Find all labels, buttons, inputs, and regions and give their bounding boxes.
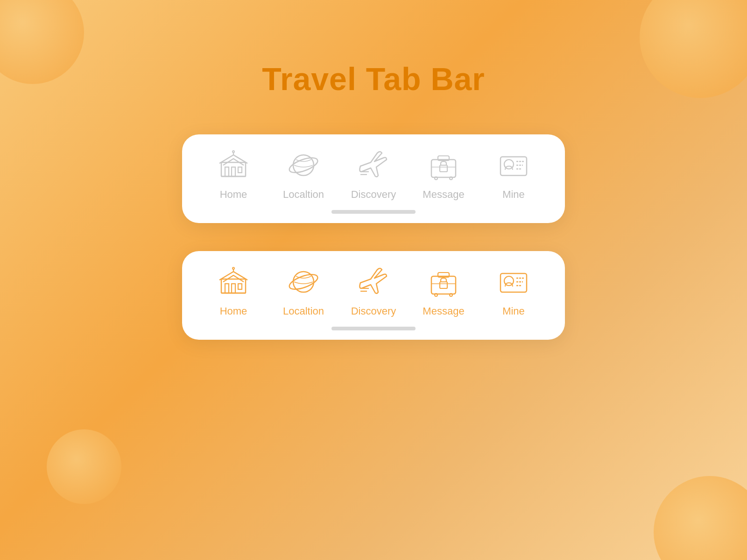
- tab-item-mine-active[interactable]: Mine: [486, 265, 542, 317]
- tab-label-message-inactive: Message: [423, 189, 464, 201]
- tab-label-mine-inactive: Mine: [502, 189, 525, 201]
- tab-item-discovery-inactive[interactable]: Discovery: [345, 148, 402, 201]
- svg-point-27: [233, 267, 234, 269]
- svg-rect-11: [431, 160, 456, 177]
- tab-label-discovery-inactive: Discovery: [351, 189, 396, 201]
- decorative-circle-bottom-left: [47, 429, 121, 504]
- decorative-circle-top-right: [640, 0, 747, 98]
- mine-icon: [497, 148, 530, 184]
- tab-item-home-inactive[interactable]: Home: [205, 148, 261, 201]
- discovery-icon-active: [357, 265, 390, 301]
- message-icon-active: [427, 265, 460, 301]
- svg-rect-33: [431, 276, 456, 294]
- svg-rect-2: [232, 167, 235, 176]
- svg-point-5: [233, 151, 234, 153]
- tab-label-mine-active: Mine: [502, 305, 525, 317]
- location-icon-active: [287, 265, 320, 301]
- svg-rect-1: [225, 167, 229, 176]
- mine-icon-active: [497, 265, 530, 301]
- tab-label-home-active: Home: [220, 305, 247, 317]
- home-icon-active: [217, 265, 250, 301]
- tab-item-mine-inactive[interactable]: Mine: [486, 148, 542, 201]
- svg-point-37: [435, 294, 437, 296]
- tab-items-active: Home Localtion: [205, 265, 542, 325]
- svg-rect-35: [440, 282, 447, 288]
- scroll-indicator-inactive: [331, 210, 416, 214]
- message-icon: [427, 148, 460, 184]
- svg-rect-24: [232, 284, 235, 293]
- tab-item-home-active[interactable]: Home: [205, 265, 261, 317]
- decorative-circle-top-left: [0, 0, 84, 84]
- tab-label-location-active: Localtion: [283, 305, 324, 317]
- svg-point-38: [450, 294, 452, 296]
- svg-point-16: [450, 177, 452, 180]
- discovery-icon: [357, 148, 390, 184]
- tab-item-location-inactive[interactable]: Localtion: [275, 148, 331, 201]
- tab-item-message-active[interactable]: Message: [416, 265, 472, 317]
- tab-item-discovery-active[interactable]: Discovery: [345, 265, 402, 317]
- tab-item-message-inactive[interactable]: Message: [416, 148, 472, 201]
- svg-point-15: [435, 177, 437, 180]
- svg-point-30: [288, 272, 319, 292]
- tab-label-home-inactive: Home: [220, 189, 247, 201]
- tab-items-inactive: Home Localtion: [205, 148, 542, 208]
- home-icon: [217, 148, 250, 184]
- svg-rect-25: [238, 284, 242, 289]
- svg-rect-3: [238, 167, 242, 173]
- inactive-tab-bar: Home Localtion: [182, 134, 565, 223]
- svg-point-8: [288, 155, 319, 175]
- active-tab-bar: Home Localtion: [182, 251, 565, 340]
- location-icon: [287, 148, 320, 184]
- svg-rect-23: [225, 284, 229, 293]
- decorative-circle-bottom-right: [654, 476, 747, 560]
- tab-label-message-active: Message: [423, 305, 464, 317]
- svg-rect-13: [440, 165, 447, 172]
- page-title: Travel Tab Bar: [262, 61, 485, 97]
- tab-label-discovery-active: Discovery: [351, 305, 396, 317]
- tab-item-location-active[interactable]: Localtion: [275, 265, 331, 317]
- tab-label-location-inactive: Localtion: [283, 189, 324, 201]
- scroll-indicator-active: [331, 327, 416, 330]
